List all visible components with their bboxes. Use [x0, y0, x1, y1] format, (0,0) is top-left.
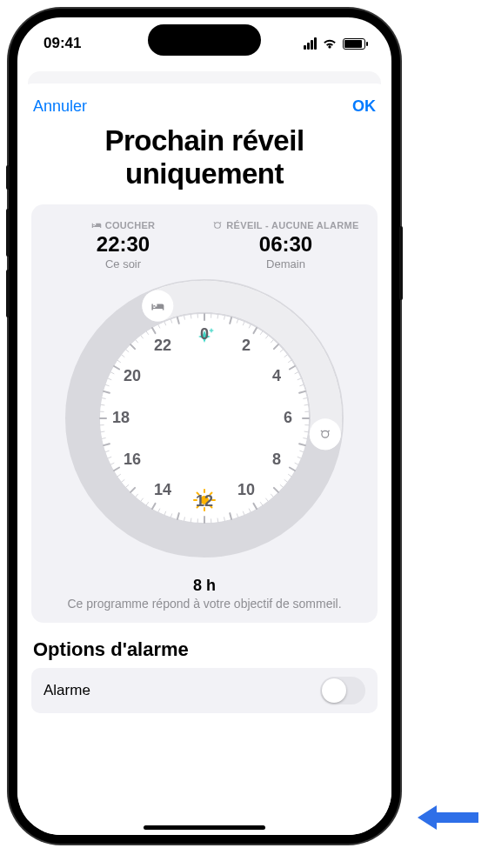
svg-line-24 — [304, 404, 308, 405]
bedtime-caption: COUCHER — [105, 220, 156, 230]
wake-value: 06:30 — [204, 232, 367, 257]
svg-line-72 — [101, 431, 104, 432]
screen: 09:41 Annuler OK Prochain réveil uniquem… — [17, 17, 391, 835]
svg-line-96 — [191, 315, 191, 318]
phone-frame: 09:41 Annuler OK Prochain réveil uniquem… — [9, 9, 400, 844]
dial-hour-label: 14 — [154, 481, 171, 498]
sleep-dial[interactable]: 0246810121416182022 — [65, 279, 344, 558]
wake-sub: Demain — [204, 257, 367, 270]
power-button — [399, 226, 403, 300]
dial-hour-label: 2 — [242, 337, 251, 354]
volume-up-button — [6, 209, 10, 257]
volume-down-button — [6, 270, 10, 317]
svg-line-52 — [191, 518, 191, 522]
options-header: Options d'alarme — [33, 638, 378, 661]
duration-label: 8 h — [42, 577, 367, 595]
dial-hour-label: 20 — [124, 367, 141, 384]
home-indicator — [144, 825, 265, 830]
dial-hour-label: 0 — [200, 325, 209, 343]
wake-caption: RÉVEIL - AUCUNE ALARME — [226, 220, 358, 230]
bedtime-block: COUCHER 22:30 Ce soir — [42, 220, 204, 270]
bedtime-sub: Ce soir — [42, 257, 204, 270]
alarm-label: Alarme — [43, 682, 90, 699]
schedule-card: COUCHER 22:30 Ce soir RÉVEIL - AUCUNE AL… — [31, 204, 378, 623]
duration-caption: Ce programme répond à votre objectif de … — [42, 597, 367, 611]
alarm-toggle[interactable] — [320, 677, 365, 704]
wake-handle[interactable] — [310, 418, 341, 450]
dial-hour-label: 4 — [272, 367, 281, 384]
dynamic-island — [148, 24, 261, 56]
cellular-signal-icon — [303, 37, 317, 50]
wake-block: RÉVEIL - AUCUNE ALARME 06:30 Demain — [204, 220, 367, 270]
alarm-row: Alarme — [31, 668, 378, 713]
cancel-button[interactable]: Annuler — [33, 97, 87, 116]
svg-line-28 — [304, 431, 308, 432]
svg-line-76 — [101, 404, 104, 405]
svg-point-99 — [310, 418, 341, 450]
wifi-icon — [322, 37, 338, 50]
bedtime-value: 22:30 — [42, 232, 204, 257]
status-time: 09:41 — [43, 35, 81, 52]
dial-hour-label: 8 — [272, 451, 281, 468]
battery-icon — [343, 38, 365, 50]
bedtime-handle[interactable] — [142, 290, 173, 321]
svg-line-48 — [217, 518, 218, 522]
dial-hour-label: 10 — [237, 481, 255, 498]
callout-arrow — [418, 800, 478, 835]
svg-line-4 — [217, 315, 218, 318]
svg-marker-109 — [418, 805, 478, 830]
side-button — [6, 165, 10, 190]
dial-hour-label: 12 — [196, 492, 213, 510]
ok-button[interactable]: OK — [352, 97, 376, 116]
dial-hour-label: 22 — [154, 337, 171, 354]
dial-hour-label: 18 — [112, 409, 130, 426]
page-title: Prochain réveil uniquement — [31, 124, 378, 190]
alarm-icon — [212, 220, 223, 230]
dial-hour-label: 6 — [284, 409, 292, 426]
modal-sheet: Annuler OK Prochain réveil uniquement CO… — [17, 83, 391, 835]
bed-icon — [91, 220, 102, 230]
dial-hour-label: 16 — [124, 451, 141, 468]
